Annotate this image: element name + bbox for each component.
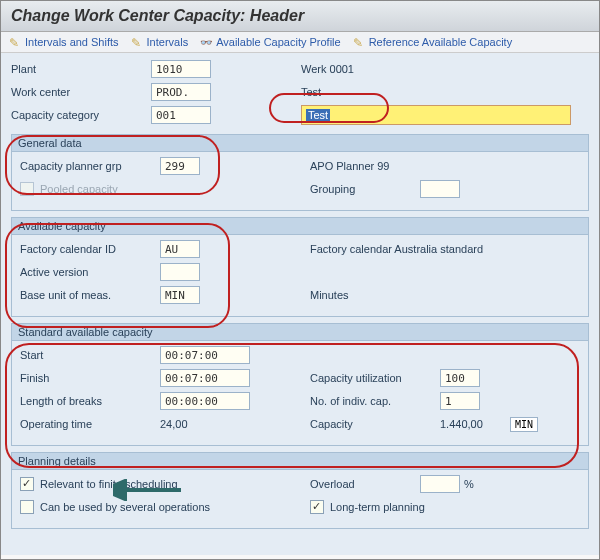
pencil-icon	[9, 36, 21, 48]
indiv-label: No. of indiv. cap.	[310, 395, 440, 407]
plant-label: Plant	[11, 63, 151, 75]
fcal-input[interactable]	[160, 240, 200, 258]
ref-avail-label: Reference Available Capacity	[369, 36, 513, 48]
overload-label: Overload	[310, 478, 420, 490]
cap-label: Capacity	[310, 418, 440, 430]
cpg-label: Capacity planner grp	[20, 160, 160, 172]
cpg-input[interactable]	[160, 157, 200, 175]
general-data-group: General data Capacity planner grp Pooled…	[11, 134, 589, 211]
planning-details-group: Planning details Relevant to finite sche…	[11, 452, 589, 529]
content-area: Plant Work center Capacity category Werk…	[1, 53, 599, 555]
wc-input[interactable]	[151, 83, 211, 101]
optime-value: 24,00	[160, 418, 250, 430]
longterm-checkbox[interactable]	[310, 500, 324, 514]
grouping-input[interactable]	[420, 180, 460, 198]
fcal-label: Factory calendar ID	[20, 243, 160, 255]
cc-desc[interactable]: Test	[306, 109, 330, 121]
av-label: Active version	[20, 266, 160, 278]
page-title: Change Work Center Capacity: Header	[1, 1, 599, 32]
several-label: Can be used by several operations	[40, 501, 210, 513]
util-label: Capacity utilization	[310, 372, 440, 384]
intervals-link[interactable]: Intervals	[131, 36, 189, 48]
plant-desc: Werk 0001	[301, 63, 354, 75]
cc-input[interactable]	[151, 106, 211, 124]
longterm-label: Long-term planning	[330, 501, 425, 513]
start-label: Start	[20, 349, 160, 361]
intervals-shifts-link[interactable]: Intervals and Shifts	[9, 36, 119, 48]
pooled-label: Pooled capacity	[40, 183, 180, 195]
finish-input[interactable]	[160, 369, 250, 387]
glasses-icon	[200, 36, 212, 48]
pencil-icon	[131, 36, 143, 48]
pooled-checkbox	[20, 182, 34, 196]
avail-profile-link[interactable]: Available Capacity Profile	[200, 36, 341, 48]
breaks-input[interactable]	[160, 392, 250, 410]
cap-unit: MIN	[510, 417, 538, 432]
several-checkbox[interactable]	[20, 500, 34, 514]
cpg-desc: APO Planner 99	[310, 160, 390, 172]
available-capacity-group: Available capacity Factory calendar ID A…	[11, 217, 589, 317]
grouping-label: Grouping	[310, 183, 420, 195]
av-input[interactable]	[160, 263, 200, 281]
planning-details-header: Planning details	[12, 453, 588, 470]
ref-avail-link[interactable]: Reference Available Capacity	[353, 36, 513, 48]
indiv-input[interactable]	[440, 392, 480, 410]
pencil-icon	[353, 36, 365, 48]
util-input[interactable]	[440, 369, 480, 387]
wc-label: Work center	[11, 86, 151, 98]
standard-capacity-group: Standard available capacity Start Finish…	[11, 323, 589, 446]
intervals-shifts-label: Intervals and Shifts	[25, 36, 119, 48]
start-input[interactable]	[160, 346, 250, 364]
plant-input[interactable]	[151, 60, 211, 78]
breaks-label: Length of breaks	[20, 395, 160, 407]
cap-value: 1.440,00	[440, 418, 510, 430]
avail-profile-label: Available Capacity Profile	[216, 36, 341, 48]
fcal-desc: Factory calendar Australia standard	[310, 243, 483, 255]
standard-capacity-header: Standard available capacity	[12, 324, 588, 341]
overload-unit: %	[464, 478, 474, 490]
available-capacity-header: Available capacity	[12, 218, 588, 235]
finite-checkbox[interactable]	[20, 477, 34, 491]
wc-desc: Test	[301, 86, 321, 98]
intervals-label: Intervals	[147, 36, 189, 48]
uom-desc: Minutes	[310, 289, 349, 301]
finite-label: Relevant to finite scheduling	[40, 478, 178, 490]
overload-input[interactable]	[420, 475, 460, 493]
toolbar: Intervals and Shifts Intervals Available…	[1, 32, 599, 53]
uom-input[interactable]	[160, 286, 200, 304]
optime-label: Operating time	[20, 418, 160, 430]
cc-label: Capacity category	[11, 109, 151, 121]
finish-label: Finish	[20, 372, 160, 384]
uom-label: Base unit of meas.	[20, 289, 160, 301]
general-data-header: General data	[12, 135, 588, 152]
